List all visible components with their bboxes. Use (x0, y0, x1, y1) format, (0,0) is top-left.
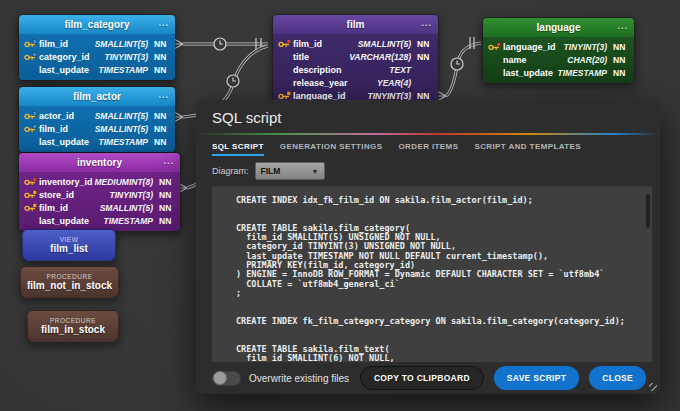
diagram-row: Diagram: FILM ▼ (196, 156, 660, 185)
table-columns: film_id SMALLINT(5) NN category_id TINYI… (19, 34, 175, 80)
dialog-tabs: SQL SCRIPTGENERATION SETTINGSORDER ITEMS… (196, 135, 660, 156)
dialog-title: SQL script (196, 100, 660, 133)
column-row: release_year YEAR(4) (273, 76, 438, 89)
table-menu-icon[interactable]: ... (617, 18, 628, 35)
table-columns: inventory_id MEDIUMINT(8) NN store_id TI… (19, 172, 180, 231)
table-title: film_actor (73, 91, 121, 102)
column-row: actor_id SMALLINT(5) NN (19, 109, 175, 122)
relation-film-language (437, 37, 481, 101)
pkfk-key-icon (24, 111, 39, 120)
column-row: last_update TIMESTAMP NN (19, 214, 180, 227)
fk-key-icon (24, 190, 39, 199)
tab-order-items[interactable]: ORDER ITEMS (398, 136, 458, 156)
diagram-canvas: film_category ... film_id SMALLINT(5) NN… (0, 0, 680, 411)
view-film_list[interactable]: VIEW film_list (22, 229, 116, 261)
table-film_category[interactable]: film_category ... film_id SMALLINT(5) NN… (18, 14, 176, 81)
procedure-film_not_in_stock[interactable]: PROCEDURE film_not_in_stock (20, 266, 119, 298)
resize-handle[interactable] (649, 383, 657, 391)
pkfk-key-icon (24, 124, 39, 133)
table-menu-icon[interactable]: ... (421, 15, 432, 32)
column-row: film_id SMALLINT(5) NN (273, 37, 438, 50)
diagram-label: Diagram: (212, 166, 249, 176)
column-row: film_id SMALLINT(5) NN (19, 122, 175, 135)
column-row: last_update TIMESTAMP NN (19, 63, 175, 76)
column-row: film_id SMALLINT(5) NN (19, 201, 180, 214)
table-title: film (347, 19, 365, 30)
column-row: language_id TINYINT(3) NN (483, 40, 634, 53)
table-columns: language_id TINYINT(3) NN name CHAR(20) … (483, 37, 634, 83)
close-button[interactable]: CLOSE (589, 366, 646, 390)
save-script-button[interactable]: SAVE SCRIPT (494, 366, 579, 390)
column-row: store_id TINYINT(3) NN (19, 188, 180, 201)
sql-code-area[interactable]: CREATE INDEX idx_fk_film_id ON sakila.fi… (212, 186, 652, 362)
pkfk-key-icon (24, 52, 39, 61)
procedure-film_in_stock[interactable]: PROCEDURE film_in_stock (27, 310, 119, 342)
table-title: film_category (64, 19, 129, 30)
column-row: last_update TIMESTAMP NN (483, 66, 634, 79)
tab-generation-settings[interactable]: GENERATION SETTINGS (280, 136, 383, 156)
diagram-select[interactable]: FILM ▼ (255, 162, 325, 180)
column-row: last_update TIMESTAMP NN (19, 135, 175, 148)
table-language[interactable]: language ... language_id TINYINT(3) NN n… (482, 17, 635, 84)
column-row: name CHAR(20) NN (483, 53, 634, 66)
scrollbar-thumb[interactable] (646, 194, 650, 228)
column-row: description TEXT (273, 63, 438, 76)
fk-key-icon (24, 203, 39, 212)
rainbow-divider (196, 133, 660, 135)
table-columns: actor_id SMALLINT(5) NN film_id SMALLINT… (19, 106, 175, 152)
tab-script-and-templates[interactable]: SCRIPT AND TEMPLATES (474, 136, 581, 156)
table-title: language (537, 22, 581, 33)
diagram-select-value: FILM (261, 166, 281, 176)
sql-code-text: CREATE INDEX idx_fk_film_id ON sakila.fi… (212, 186, 652, 362)
pk-key-icon (24, 177, 39, 186)
table-header[interactable]: film_category ... (19, 15, 175, 34)
overwrite-toggle[interactable] (212, 371, 241, 386)
chevron-down-icon: ▼ (312, 168, 319, 175)
pk-key-icon (278, 39, 293, 48)
table-menu-icon[interactable]: ... (158, 15, 169, 32)
dialog-buttons: COPY TO CLIPBOARDSAVE SCRIPTCLOSE (360, 366, 646, 390)
table-header[interactable]: film_actor ... (19, 87, 175, 106)
column-row: film_id SMALLINT(5) NN (19, 37, 175, 50)
pkfk-key-icon (24, 39, 39, 48)
copy-to-clipboard-button[interactable]: COPY TO CLIPBOARD (360, 366, 484, 390)
relation-film_category-film (174, 38, 268, 50)
table-menu-icon[interactable]: ... (163, 153, 174, 170)
column-row: title VARCHAR(128) NN (273, 50, 438, 63)
sql-script-dialog: SQL script SQL SCRIPTGENERATION SETTINGS… (196, 100, 660, 394)
dialog-footer: Overwrite existing files COPY TO CLIPBOA… (196, 362, 660, 394)
table-menu-icon[interactable]: ... (158, 87, 169, 104)
table-film_actor[interactable]: film_actor ... actor_id SMALLINT(5) NN f… (18, 86, 176, 153)
table-header[interactable]: film ... (273, 15, 438, 34)
column-row: inventory_id MEDIUMINT(8) NN (19, 175, 180, 188)
overwrite-toggle-label: Overwrite existing files (249, 373, 349, 384)
table-header[interactable]: inventory ... (19, 153, 180, 172)
table-inventory[interactable]: inventory ... inventory_id MEDIUMINT(8) … (18, 152, 181, 232)
toggle-knob (213, 371, 227, 385)
pk-key-icon (488, 42, 503, 51)
tab-sql-script[interactable]: SQL SCRIPT (212, 136, 264, 156)
column-row: category_id TINYINT(3) NN (19, 50, 175, 63)
table-title: inventory (77, 157, 122, 168)
table-header[interactable]: language ... (483, 18, 634, 37)
fk-key-icon (278, 91, 293, 100)
